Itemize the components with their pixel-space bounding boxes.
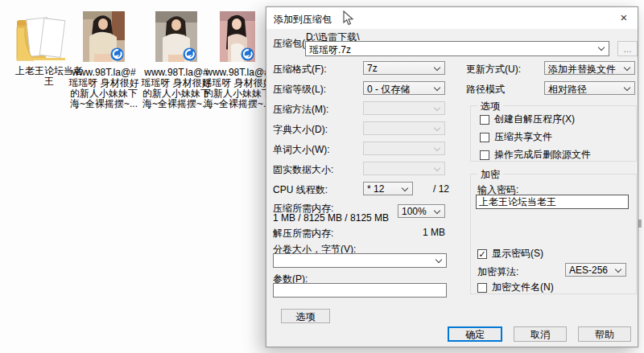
dictionary-combobox (363, 121, 445, 135)
thumbnail-image[interactable] (220, 11, 255, 62)
update-mode-combobox[interactable]: 添加并替换文件 (544, 61, 635, 75)
cpu-threads-combobox[interactable]: * 12 (363, 182, 413, 195)
cpu-threads-label: CPU 线程数: (273, 183, 328, 197)
chevron-down-icon[interactable] (615, 266, 621, 273)
memory-decompress-value: 1 MB (395, 227, 445, 238)
help-button[interactable]: 帮助 (578, 326, 631, 342)
chevron-down-icon (434, 145, 440, 151)
checkbox-box[interactable] (480, 133, 489, 142)
checkbox-box[interactable] (477, 283, 487, 293)
shared-files-checkbox[interactable]: 压缩共享文件 (480, 130, 552, 144)
word-size-combobox (363, 142, 445, 155)
dialog-titlebar[interactable]: 添加到压缩包 × (266, 7, 638, 29)
chevron-down-icon[interactable] (402, 185, 408, 191)
method-combobox (363, 101, 445, 115)
add-to-archive-dialog: 添加到压缩包 × 压缩包(A) D:\迅雷下载\ 瑶瑶呀.7z ... 压缩格式… (266, 6, 638, 347)
play-overlay-icon (183, 47, 196, 61)
browse-button[interactable]: ... (617, 41, 638, 56)
dictionary-label: 字典大小(D): (273, 123, 328, 137)
play-overlay-icon (241, 47, 254, 61)
chevron-down-icon[interactable] (624, 64, 630, 71)
encryption-method-label: 加密算法: (477, 265, 518, 279)
method-label: 压缩方法(M): (273, 103, 328, 117)
path-mode-combobox[interactable]: 相对路径 (544, 81, 635, 95)
play-overlay-icon (110, 47, 124, 61)
chevron-down-icon[interactable] (624, 84, 630, 91)
level-combobox[interactable]: 0 - 仅存储 (363, 81, 445, 95)
solid-block-combobox (363, 162, 445, 175)
thumbnail-image[interactable] (83, 11, 125, 62)
icon-caption: www.98T.la@# 瑶瑶呀 身材很好 的新人小妹妹下 海~全裸摇摆~... (67, 68, 141, 109)
checkbox-box[interactable]: ✓ (477, 249, 487, 259)
dialog-title: 添加到压缩包 (274, 13, 332, 27)
level-label: 压缩等级(L): (273, 83, 326, 96)
desktop: 上老王论坛当老王 www.98T.la@# 瑶瑶呀 身材很好 的新人小妹妹下 (0, 0, 644, 353)
parameters-input[interactable] (273, 283, 447, 298)
path-mode-label: 路径模式 (466, 83, 505, 96)
chevron-down-icon[interactable] (598, 44, 605, 51)
chevron-down-icon (434, 165, 440, 171)
chevron-down-icon[interactable] (434, 207, 440, 214)
format-label: 压缩格式(F): (273, 63, 327, 76)
ok-button[interactable]: 确定 (448, 326, 502, 342)
chevron-down-icon[interactable] (434, 84, 440, 91)
checkbox-box[interactable] (480, 150, 489, 160)
cpu-threads-max: / 12 (431, 183, 449, 195)
chevron-down-icon (434, 105, 440, 111)
chevron-down-icon[interactable] (436, 257, 442, 263)
show-password-checkbox[interactable]: ✓ 显示密码(S) (477, 247, 543, 261)
encryption-method-combobox[interactable]: AES-256 (565, 263, 626, 277)
mouse-cursor-icon (343, 10, 353, 26)
encryption-group-title: 加密 (477, 168, 503, 182)
volume-size-combobox[interactable] (273, 253, 447, 268)
format-combobox[interactable]: 7z (363, 61, 445, 75)
archive-name-combobox[interactable]: 瑶瑶呀.7z (305, 41, 609, 56)
encrypt-names-checkbox[interactable]: 加密文件名(N) (477, 281, 554, 294)
password-input[interactable] (476, 195, 629, 209)
memory-percent-combobox[interactable]: 100% (398, 204, 445, 218)
update-mode-label: 更新方式(U): (466, 63, 521, 76)
word-size-label: 单词大小(W): (273, 143, 330, 157)
delete-after-checkbox[interactable]: 操作完成后删除源文件 (480, 148, 591, 162)
options-group-title: 选项 (477, 100, 503, 113)
folder-icon (14, 13, 71, 61)
thumbnail-image[interactable] (155, 11, 197, 62)
close-icon[interactable]: × (610, 7, 638, 29)
chevron-down-icon (434, 125, 440, 131)
memory-decompress-label: 解压所需内存: (273, 227, 333, 240)
checkbox-box[interactable] (480, 115, 489, 125)
cancel-button[interactable]: 取消 (514, 326, 567, 342)
icon-caption: www.98T.la@# 瑶瑶呀 身材很好 的新人小妹妹下 海~全裸摇摆~... (200, 68, 275, 109)
memory-compress-value: 1 MB / 8125 MB / 8125 MB (273, 212, 389, 224)
sfx-checkbox[interactable]: 创建自解压程序(X) (480, 113, 575, 126)
chevron-down-icon[interactable] (434, 64, 440, 71)
options-button[interactable]: 选项 (281, 309, 330, 323)
solid-block-label: 固实数据大小: (273, 163, 333, 177)
